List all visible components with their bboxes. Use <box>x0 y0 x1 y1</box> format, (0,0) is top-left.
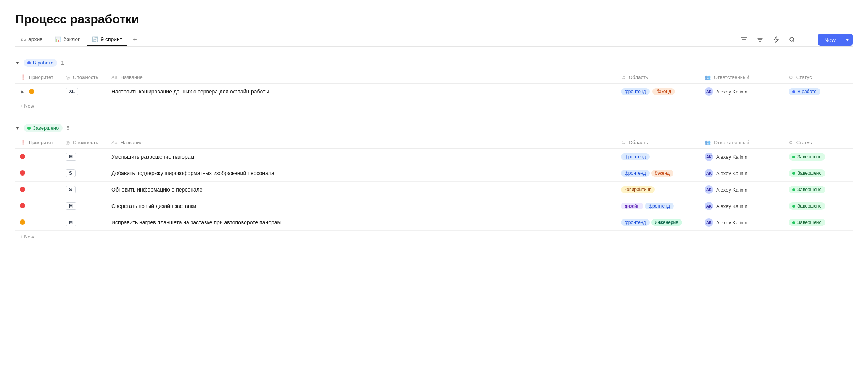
complexity-badge: M <box>66 219 76 226</box>
cell-status: В работе <box>784 84 853 100</box>
tab-sprint9-label: 9 спринт <box>101 36 122 42</box>
assignee-cell: AK Alexey Kalinin <box>705 153 779 161</box>
status-badge-done: Завершено <box>24 124 63 132</box>
tag-copywriting: копирайтинг <box>621 186 655 193</box>
tab-backlog-label: бэклог <box>64 36 80 42</box>
status-label-done: Завершено <box>797 171 821 176</box>
priority-dot-yellow <box>29 89 34 94</box>
add-new-inwork-label: + New <box>20 103 34 109</box>
cell-complexity: M <box>61 198 107 214</box>
sort-button[interactable] <box>754 34 766 46</box>
cell-name: Исправить нагрев планшета на заставке пр… <box>107 214 616 231</box>
priority-dot-red <box>20 170 25 176</box>
table-inwork: ❗ Приоритет ◎ Сложность Аа Название 🗂 Об… <box>15 71 853 100</box>
assignee-cell: AK Alexey Kalinin <box>705 87 779 96</box>
tab-sprint9[interactable]: 🔄 9 спринт <box>87 33 127 46</box>
cell-assignee: AK Alexey Kalinin <box>700 84 784 100</box>
cell-priority <box>15 165 61 182</box>
cell-assignee: AK Alexey Kalinin <box>700 214 784 231</box>
status-dot-done <box>792 156 795 158</box>
cell-name: Сверстать новый дизайн заставки <box>107 198 616 214</box>
status-label-inwork: В работе <box>797 89 816 94</box>
section-header-done[interactable]: ▼ Завершено 5 <box>15 121 853 135</box>
tabs-right: ··· New ▾ <box>738 34 853 46</box>
cell-name: Обновить информацию о персонале <box>107 182 616 198</box>
new-button-label: New <box>818 34 842 46</box>
add-new-inwork[interactable]: + New <box>15 100 853 112</box>
tag-frontend: фронтенд <box>621 219 650 226</box>
tag-frontend: фронтенд <box>645 203 674 209</box>
search-button[interactable] <box>786 34 798 46</box>
assignee-cell: AK Alexey Kalinin <box>705 169 779 177</box>
status-label-done: Завершено <box>797 154 821 159</box>
new-button[interactable]: New ▾ <box>818 34 853 46</box>
tag-backend: бэкенд <box>651 170 674 177</box>
cell-complexity: S <box>61 182 107 198</box>
col-header-priority-2: ❗ Приоритет <box>15 137 61 149</box>
avatar: AK <box>705 202 713 210</box>
section-done: ▼ Завершено 5 ❗ Приоритет ◎ Сложность <box>15 121 853 243</box>
tag-frontend: фронтенд <box>621 170 650 177</box>
dot-inwork <box>27 61 31 64</box>
complexity-badge: S <box>66 186 76 193</box>
avatar: AK <box>705 153 713 161</box>
cell-priority <box>15 214 61 231</box>
chevron-inwork: ▼ <box>15 60 20 66</box>
backlog-icon: 📊 <box>55 36 61 42</box>
cell-complexity: S <box>61 165 107 182</box>
col-header-complexity-1: ◎ Сложность <box>61 71 107 84</box>
col-header-area-2: 🗂 Область <box>616 137 700 149</box>
lightning-button[interactable] <box>770 34 782 46</box>
cell-priority: ▶ <box>15 84 61 100</box>
assignee-cell: AK Alexey Kalinin <box>705 185 779 194</box>
table-inwork-header: ❗ Приоритет ◎ Сложность Аа Название 🗂 Об… <box>15 71 853 84</box>
status-cell-done: Завершено <box>789 219 825 226</box>
tab-archive[interactable]: 🗂 архив <box>15 33 48 46</box>
complexity-badge: M <box>66 202 76 210</box>
task-name: Обновить информацию о персонале <box>111 187 203 193</box>
task-name: Сверстать новый дизайн заставки <box>111 203 196 209</box>
assignee-name: Alexey Kalinin <box>716 154 747 160</box>
assignee-cell: AK Alexey Kalinin <box>705 218 779 227</box>
tab-archive-label: архив <box>28 36 43 42</box>
assignee-header-icon-1: 👥 <box>705 74 711 80</box>
task-name: Добавить поддержку широкоформатных изобр… <box>111 170 274 176</box>
expand-row-button[interactable]: ▶ <box>20 89 26 95</box>
priority-header-icon-2: ❗ <box>20 140 26 145</box>
status-label-done: Завершено <box>797 187 821 192</box>
dot-done <box>27 127 31 130</box>
status-cell-inwork: В работе <box>789 88 820 95</box>
add-new-done[interactable]: + New <box>15 231 853 243</box>
status-dot-done <box>792 221 795 224</box>
section-header-inwork[interactable]: ▼ В работе 1 <box>15 56 853 70</box>
assignee-name: Alexey Kalinin <box>716 171 747 176</box>
more-button[interactable]: ··· <box>802 34 814 46</box>
priority-header-icon-1: ❗ <box>20 74 26 80</box>
complexity-header-icon-2: ◎ <box>66 140 70 145</box>
table-row: M Исправить нагрев планшета на заставке … <box>15 214 853 231</box>
priority-dot-red <box>20 187 25 192</box>
table-row: S Добавить поддержку широкоформатных изо… <box>15 165 853 182</box>
page: Процесс разработки 🗂 архив 📊 бэклог 🔄 9 … <box>0 0 868 372</box>
tab-backlog[interactable]: 📊 бэклог <box>50 33 85 46</box>
col-header-status-1: ⚙ Статус <box>784 71 853 84</box>
status-header-icon-1: ⚙ <box>789 74 793 80</box>
cell-area: дизайнфронтенд <box>616 198 700 214</box>
tab-add-button[interactable]: + <box>129 33 141 46</box>
col-header-assignee-1: 👥 Ответственный <box>700 71 784 84</box>
status-dot-done <box>792 188 795 191</box>
new-button-caret[interactable]: ▾ <box>842 34 853 46</box>
tag-backend: бэкенд <box>652 88 675 95</box>
area-header-icon-1: 🗂 <box>621 74 626 80</box>
priority-dot-yellow <box>20 219 25 225</box>
assignee-name: Alexey Kalinin <box>716 89 747 95</box>
cell-name: Настроить кэширование данных с сервера д… <box>107 84 616 100</box>
cell-complexity: M <box>61 214 107 231</box>
page-title: Процесс разработки <box>15 12 853 26</box>
task-name: Исправить нагрев планшета на заставке пр… <box>111 219 281 225</box>
tag-frontend: фронтенд <box>621 88 650 95</box>
cell-assignee: AK Alexey Kalinin <box>700 149 784 165</box>
filter-button[interactable] <box>738 34 750 46</box>
cell-name: Уменьшить разрешение панорам <box>107 149 616 165</box>
table-row: M Уменьшить разрешение панорам фронтенд … <box>15 149 853 165</box>
